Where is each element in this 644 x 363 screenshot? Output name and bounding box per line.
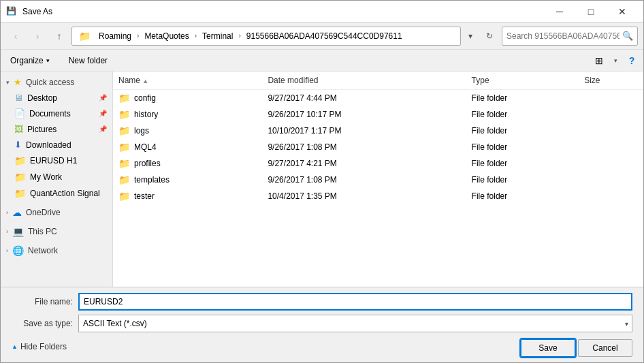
file-name-cell: logs [134,126,149,136]
file-name-cell: MQL4 [134,142,157,152]
sidebar-section-onedrive: › ☁ OneDrive [1,204,112,221]
crumb-terminal[interactable]: Terminal [199,30,236,42]
sidebar-eurusd-label: EURUSD H1 [30,156,77,165]
sidebar-my-work-label: My Work [30,172,62,182]
toolbar: ‹ › ↑ 📁 Roaming › MetaQuotes › Terminal … [1,22,643,50]
save-button[interactable]: Save [521,339,575,357]
size-cell [579,155,643,172]
date-modified-cell: 9/26/2017 1:08 PM [262,172,466,188]
file-name-row: File name: [12,293,632,311]
size-cell [579,172,643,188]
pin-icon-desktop: 📌 [99,94,107,101]
downloaded-icon: ⬇ [14,140,22,150]
sidebar-section-this-pc: › 💻 This PC [1,223,112,240]
sidebar-item-documents[interactable]: 📄 Documents 📌 [1,106,112,121]
this-pc-icon: 💻 [12,226,24,237]
sidebar-item-eurusd[interactable]: 📁 EURUSD H1 [1,153,112,169]
address-dropdown-button[interactable]: ▾ [464,27,477,46]
col-type[interactable]: Type [466,72,579,90]
file-icon: 📁 [118,174,130,185]
content-area: ▾ ★ Quick access 🖥 Desktop 📌 📄 Documents… [1,72,643,287]
help-button[interactable]: ? [623,52,641,69]
eurusd-icon: 📁 [14,155,26,166]
organize-button[interactable]: Organize ▾ [3,52,57,69]
file-name-input[interactable] [78,293,632,311]
sidebar-pictures-label: Pictures [27,125,57,134]
table-row[interactable]: 📁 config 9/27/2017 4:44 PM File folder [113,90,643,107]
close-button[interactable]: ✕ [607,1,638,22]
type-cell: File folder [466,188,579,204]
sidebar-item-quantaction[interactable]: 📁 QuantAction Signal [1,185,112,202]
table-row[interactable]: 📁 tester 10/4/2017 1:35 PM File folder [113,188,643,204]
crumb-roaming[interactable]: Roaming [96,30,134,42]
back-button[interactable]: ‹ [6,27,25,46]
save-button-wrapper: Save [521,339,575,357]
file-icon: 📁 [118,125,130,136]
quick-access-label: Quick access [26,78,74,87]
view-button[interactable]: ⊞ [590,52,609,69]
onedrive-label: OneDrive [26,208,61,217]
sidebar-item-pictures[interactable]: 🖼 Pictures 📌 [1,121,112,137]
file-name-cell: history [134,110,158,119]
onedrive-icon: ☁ [12,207,22,218]
search-input[interactable] [506,31,619,41]
table-row[interactable]: 📁 templates 9/26/2017 1:08 PM File folde… [113,172,643,188]
search-box[interactable]: 🔍 [502,27,638,46]
network-label: Network [28,246,58,255]
maximize-button[interactable]: □ [575,1,607,22]
file-name-cell: profiles [134,159,161,168]
type-cell: File folder [466,155,579,172]
new-folder-button[interactable]: New folder [62,52,114,69]
type-cell: File folder [466,90,579,107]
crumb-id[interactable]: 915566BA06ADA407569C544CC0D97611 [244,30,405,42]
col-date-modified[interactable]: Date modified [262,72,466,90]
file-table: Name ▲ Date modified Type Size [113,72,643,204]
file-icon: 📁 [118,93,130,104]
documents-icon: 📄 [14,108,25,119]
save-as-type-label: Save as type: [12,319,73,328]
up-button[interactable]: ↑ [50,27,69,46]
col-size[interactable]: Size [579,72,643,90]
sidebar-downloaded-label: Downloaded [26,140,71,150]
date-modified-cell: 9/26/2017 1:08 PM [262,139,466,155]
address-bar[interactable]: 📁 Roaming › MetaQuotes › Terminal › 9155… [71,27,461,46]
cancel-button[interactable]: Cancel [578,339,632,357]
save-as-type-select[interactable]: ASCII Text (*.csv) [78,315,632,332]
sidebar-header-this-pc[interactable]: › 💻 This PC [1,223,112,240]
sidebar: ▾ ★ Quick access 🖥 Desktop 📌 📄 Documents… [1,72,113,287]
type-cell: File folder [466,106,579,123]
footer: File name: Save as type: ASCII Text (*.c… [1,287,643,362]
table-row[interactable]: 📁 MQL4 9/26/2017 1:08 PM File folder [113,139,643,155]
sidebar-header-onedrive[interactable]: › ☁ OneDrive [1,204,112,221]
file-icon: 📁 [118,109,130,120]
quick-access-chevron: ▾ [6,79,10,86]
table-row[interactable]: 📁 profiles 9/27/2017 4:21 PM File folder [113,155,643,172]
minimize-button[interactable]: ─ [544,1,575,22]
refresh-button[interactable]: ↻ [480,27,499,46]
sidebar-item-downloaded[interactable]: ⬇ Downloaded [1,137,112,153]
table-row[interactable]: 📁 history 9/26/2017 10:17 PM File folder [113,106,643,123]
file-icon: 📁 [118,158,130,169]
file-name-label: File name: [12,297,73,306]
col-name[interactable]: Name ▲ [113,72,262,90]
table-row[interactable]: 📁 logs 10/10/2017 1:17 PM File folder [113,123,643,139]
sidebar-section-network: › 🌐 Network [1,242,112,259]
title-bar-controls: ─ □ ✕ [544,1,638,22]
sidebar-header-quick-access[interactable]: ▾ ★ Quick access [1,74,112,90]
pin-icon-pics: 📌 [99,125,107,133]
size-cell [579,106,643,123]
quantaction-icon: 📁 [14,188,26,199]
sidebar-item-desktop[interactable]: 🖥 Desktop 📌 [1,90,112,106]
crumb-metaquotes[interactable]: MetaQuotes [142,30,191,42]
sidebar-header-network[interactable]: › 🌐 Network [1,242,112,259]
size-cell [579,90,643,107]
hide-folders-chevron: ▲ [12,343,18,350]
dialog-title: Save As [22,7,52,16]
hide-folders-button[interactable]: ▲ Hide Folders [12,342,67,351]
forward-button[interactable]: › [28,27,47,46]
desktop-icon: 🖥 [14,93,23,103]
size-cell [579,139,643,155]
sidebar-item-my-work[interactable]: 📁 My Work [1,169,112,185]
pictures-icon: 🖼 [14,124,23,134]
date-modified-cell: 9/27/2017 4:44 PM [262,90,466,107]
